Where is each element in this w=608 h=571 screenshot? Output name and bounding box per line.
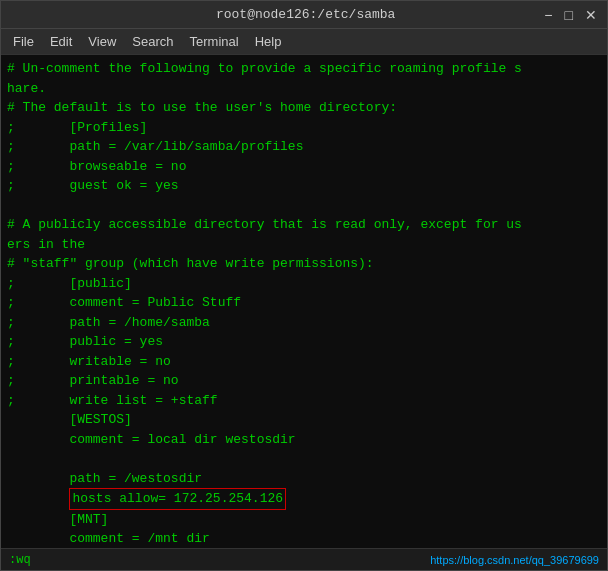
line-9: # A publicly accessible directory that i… <box>7 215 601 235</box>
line-11: # "staff" group (which have write permis… <box>7 254 601 274</box>
line-10: ers in the <box>7 235 601 255</box>
maximize-button[interactable]: □ <box>563 8 575 22</box>
line-25: comment = /mnt dir <box>7 529 601 548</box>
menu-terminal[interactable]: Terminal <box>182 31 247 52</box>
line-12: ; [public] <box>7 274 601 294</box>
line-14: ; path = /home/samba <box>7 313 601 333</box>
menu-help[interactable]: Help <box>247 31 290 52</box>
line-2: hare. <box>7 79 601 99</box>
line-16: ; writable = no <box>7 352 601 372</box>
menu-edit[interactable]: Edit <box>42 31 80 52</box>
highlighted-hosts-line: hosts allow= 172.25.254.126 <box>69 488 286 510</box>
menu-bar: File Edit View Search Terminal Help <box>1 29 607 55</box>
line-21 <box>7 449 601 469</box>
line-20: comment = local dir westosdir <box>7 430 601 450</box>
terminal-content[interactable]: # Un-comment the following to provide a … <box>1 55 607 548</box>
line-17: ; printable = no <box>7 371 601 391</box>
title-bar: root@node126:/etc/samba − □ ✕ <box>1 1 607 29</box>
line-13: ; comment = Public Stuff <box>7 293 601 313</box>
line-23: hosts allow= 172.25.254.126 <box>7 488 601 510</box>
line-1: # Un-comment the following to provide a … <box>7 59 601 79</box>
window-title: root@node126:/etc/samba <box>69 7 542 22</box>
vim-command: :wq <box>9 553 31 567</box>
menu-file[interactable]: File <box>5 31 42 52</box>
line-7: ; guest ok = yes <box>7 176 601 196</box>
line-18: ; write list = +staff <box>7 391 601 411</box>
terminal-window: root@node126:/etc/samba − □ ✕ File Edit … <box>0 0 608 571</box>
menu-search[interactable]: Search <box>124 31 181 52</box>
line-22: path = /westosdir <box>7 469 601 489</box>
line-6: ; browseable = no <box>7 157 601 177</box>
line-4: ; [Profiles] <box>7 118 601 138</box>
line-5: ; path = /var/lib/samba/profiles <box>7 137 601 157</box>
close-button[interactable]: ✕ <box>583 8 599 22</box>
line-15: ; public = yes <box>7 332 601 352</box>
line-19: [WESTOS] <box>7 410 601 430</box>
line-3: # The default is to use the user's home … <box>7 98 601 118</box>
line-8 <box>7 196 601 216</box>
url-reference: https://blog.csdn.net/qq_39679699 <box>430 554 599 566</box>
line-24: [MNT] <box>7 510 601 530</box>
status-bar: :wq https://blog.csdn.net/qq_39679699 <box>1 548 607 570</box>
minimize-button[interactable]: − <box>542 8 554 22</box>
menu-view[interactable]: View <box>80 31 124 52</box>
window-controls: − □ ✕ <box>542 8 599 22</box>
